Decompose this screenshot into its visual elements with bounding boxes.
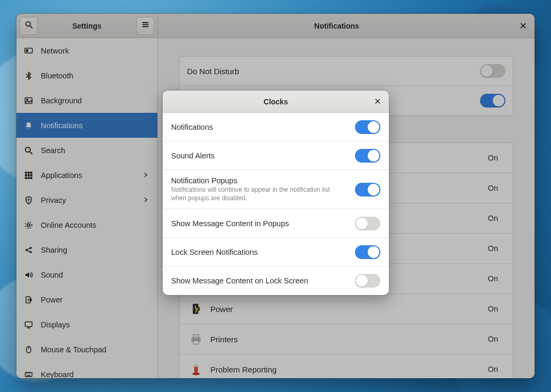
dialog-row-label: Show Message Content on Lock Screen <box>171 277 349 285</box>
dialog-row-label: Sound Alerts <box>171 152 349 160</box>
dialog-row-notifications: Notifications <box>163 113 389 141</box>
dialog-switch-popups[interactable] <box>355 183 380 197</box>
dialog-close-button[interactable]: ✕ <box>371 96 384 106</box>
dialog-titlebar: Clocks ✕ <box>163 91 389 113</box>
dialog-row-msg-lock: Show Message Content on Lock Screen <box>163 266 389 295</box>
dialog-row-label: Lock Screen Notifications <box>171 248 349 256</box>
dialog-row-subtitle: Notifications will continue to appear in… <box>171 186 335 202</box>
dialog-row-label: Show Message Content in Popups <box>171 219 349 228</box>
dialog-switch-lock-notif[interactable] <box>355 245 380 259</box>
dialog-row-popups: Notification PopupsNotifications will co… <box>163 170 389 209</box>
app-notification-dialog: Clocks ✕ NotificationsSound AlertsNotifi… <box>163 91 389 295</box>
dialog-row-sound-alerts: Sound Alerts <box>163 141 389 170</box>
dialog-row-msg-popups: Show Message Content in Popups <box>163 209 389 238</box>
close-icon: ✕ <box>374 97 381 106</box>
dialog-row-lock-notif: Lock Screen Notifications <box>163 238 389 266</box>
dialog-row-label: Notifications <box>171 123 349 131</box>
dialog-switch-msg-lock[interactable] <box>355 274 380 288</box>
dialog-switch-notifications[interactable] <box>355 120 380 134</box>
dialog-switch-sound-alerts[interactable] <box>355 149 380 163</box>
dialog-title: Clocks <box>181 97 371 106</box>
dialog-row-label: Notification Popups <box>171 176 349 185</box>
dialog-switch-msg-popups[interactable] <box>355 217 380 230</box>
dialog-body: NotificationsSound AlertsNotification Po… <box>163 113 389 295</box>
